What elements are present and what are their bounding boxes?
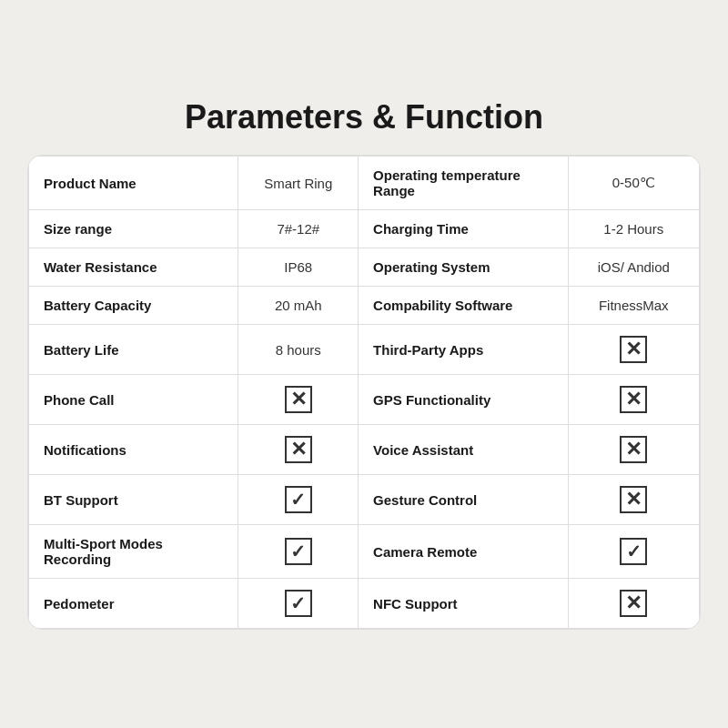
left-label: Product Name [29, 157, 238, 210]
checkbox-x-icon: ✕ [620, 436, 647, 463]
table-row: Size range 7#-12# Charging Time 1-2 Hour… [29, 210, 700, 248]
right-value: ✕ [568, 425, 699, 475]
right-value: iOS/ Andiod [568, 248, 699, 287]
right-value: ✓ [568, 525, 699, 579]
left-label: Battery Life [29, 325, 238, 375]
right-label: GPS Functionality [359, 375, 568, 425]
left-value: ✕ [238, 375, 359, 425]
checkbox-v-icon: ✓ [620, 538, 647, 565]
checkbox-x-icon: ✕ [285, 436, 312, 463]
table-row: Battery Life 8 hours Third-Party Apps ✕ [29, 325, 700, 375]
parameters-table: Product Name Smart Ring Operating temper… [27, 155, 701, 630]
right-label: Third-Party Apps [359, 325, 568, 375]
checkbox-x-icon: ✕ [620, 386, 647, 413]
left-label: BT Support [29, 475, 238, 525]
right-label: Charging Time [359, 210, 568, 248]
right-value: 1-2 Hours [568, 210, 699, 248]
left-label: Notifications [29, 425, 238, 475]
table-row: Multi-Sport Modes Recording ✓ Camera Rem… [29, 525, 700, 579]
left-label: Phone Call [29, 375, 238, 425]
table-row: Phone Call ✕ GPS Functionality ✕ [29, 375, 700, 425]
checkbox-v-icon: ✓ [285, 538, 312, 565]
table-row: Pedometer ✓ NFC Support ✕ [29, 579, 700, 629]
left-value: 20 mAh [238, 287, 359, 325]
right-label: Gesture Control [359, 475, 568, 525]
right-label: Camera Remote [359, 525, 568, 579]
table-row: BT Support ✓ Gesture Control ✕ [29, 475, 700, 525]
right-value: ✕ [568, 475, 699, 525]
table-row: Notifications ✕ Voice Assistant ✕ [29, 425, 700, 475]
right-value: ✕ [568, 579, 699, 629]
left-label: Pedometer [29, 579, 238, 629]
left-value: ✓ [238, 525, 359, 579]
left-value: ✓ [238, 579, 359, 629]
right-value: FitnessMax [568, 287, 699, 325]
right-value: 0-50℃ [568, 157, 699, 210]
left-value: IP68 [238, 248, 359, 287]
checkbox-x-icon: ✕ [620, 486, 647, 513]
right-label: Voice Assistant [359, 425, 568, 475]
left-label: Battery Capacity [29, 287, 238, 325]
right-label: Compability Software [359, 287, 568, 325]
checkbox-x-icon: ✕ [620, 336, 647, 363]
left-value: 7#-12# [238, 210, 359, 248]
checkbox-v-icon: ✓ [285, 486, 312, 513]
left-label: Size range [29, 210, 238, 248]
left-label: Water Resistance [29, 248, 238, 287]
left-value: ✕ [238, 425, 359, 475]
right-label: Operating System [359, 248, 568, 287]
page-title: Parameters & Function [185, 98, 543, 136]
left-value: ✓ [238, 475, 359, 525]
right-value: ✕ [568, 325, 699, 375]
right-label: NFC Support [359, 579, 568, 629]
checkbox-v-icon: ✓ [285, 590, 312, 617]
table-row: Battery Capacity 20 mAh Compability Soft… [29, 287, 700, 325]
left-value: Smart Ring [238, 157, 359, 210]
table-row: Water Resistance IP68 Operating System i… [29, 248, 700, 287]
table-row: Product Name Smart Ring Operating temper… [29, 157, 700, 210]
left-label: Multi-Sport Modes Recording [29, 525, 238, 579]
checkbox-x-icon: ✕ [285, 386, 312, 413]
left-value: 8 hours [238, 325, 359, 375]
right-label: Operating temperature Range [359, 157, 568, 210]
checkbox-x-icon: ✕ [620, 590, 647, 617]
right-value: ✕ [568, 375, 699, 425]
